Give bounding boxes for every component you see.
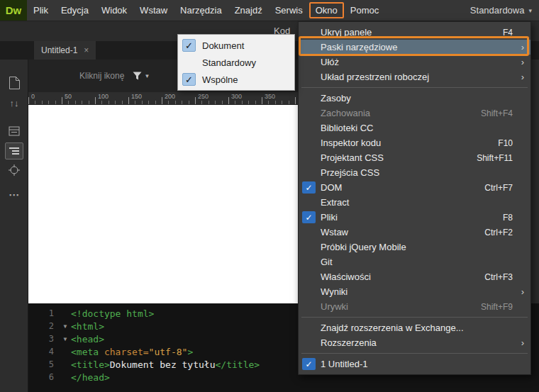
- fold-arrow-icon[interactable]: ▼: [60, 336, 71, 342]
- menu-widok[interactable]: Widok: [95, 2, 133, 18]
- target-icon[interactable]: [6, 162, 22, 178]
- code-token: <!doctype html>: [71, 308, 154, 319]
- window-menu-item-pliki[interactable]: ✓PlikiF8: [299, 210, 530, 225]
- window-menu-item-ukryj-panele[interactable]: Ukryj paneleF4: [299, 25, 530, 40]
- window-menu-item-zasoby[interactable]: Zasoby: [299, 91, 530, 106]
- menu-edycja[interactable]: Edycja: [55, 2, 95, 18]
- menu-item-label: 1 Untitled-1: [321, 359, 367, 369]
- window-menu-item-1-untitled-1[interactable]: ✓1 Untitled-1: [299, 357, 530, 371]
- menu-item-label: Ukryj panele: [321, 27, 372, 38]
- menu-item-label: Rozszerzenia: [321, 337, 377, 348]
- line-number: 3: [28, 334, 60, 344]
- code-text: <head>: [71, 334, 104, 345]
- checkmark-icon: ✓: [302, 181, 316, 194]
- menu-shortcut: Shift+F9: [481, 302, 517, 312]
- menu-znajdź[interactable]: Znajdź: [228, 2, 269, 18]
- dom-panel-icon[interactable]: [5, 142, 23, 159]
- code-token: <title>: [71, 359, 110, 370]
- window-menu-item-projektant-css[interactable]: Projektant CSSShift+F11: [299, 150, 530, 165]
- ruler: 050100150200250300350: [28, 92, 298, 105]
- check-space: [302, 241, 316, 253]
- window-menu-item-właściwości[interactable]: WłaściwościCtrl+F3: [299, 269, 530, 284]
- dreamweaver-window: Dw PlikEdycjaWidokWstawNarzędziaZnajdźSe…: [0, 0, 539, 392]
- menu-item-label: Projektant CSS: [321, 152, 384, 163]
- menu-item-label: Ułóż: [321, 57, 339, 67]
- line-number: 5: [28, 359, 60, 369]
- menu-item-label: Właściwości: [321, 271, 371, 282]
- menu-separator: [299, 314, 530, 320]
- insert-arrows-icon[interactable]: ↑↓: [6, 95, 22, 111]
- window-menu-item-inspektor-kodu[interactable]: Inspektor koduF10: [299, 135, 530, 150]
- check-space: [302, 226, 316, 238]
- window-menu-item-dom[interactable]: ✓DOMCtrl+F7: [299, 180, 530, 195]
- window-menu-item-wyniki[interactable]: Wyniki›: [299, 284, 530, 299]
- window-menu-item-wstaw[interactable]: WstawCtrl+F2: [299, 225, 530, 240]
- ruler-label: 50: [65, 93, 72, 100]
- window-menu-item-układ-przestrzeni-roboczej[interactable]: Układ przestrzeni roboczej›: [299, 69, 530, 84]
- design-canvas[interactable]: [28, 105, 298, 303]
- window-menu-item-przejścia-css[interactable]: Przejścia CSS: [299, 165, 530, 180]
- submenu-item-standardowy[interactable]: Standardowy: [178, 54, 294, 71]
- submenu-item-dokument[interactable]: ✓Dokument: [178, 37, 294, 54]
- ruler-label: 150: [131, 93, 142, 100]
- menu-serwis[interactable]: Serwis: [269, 2, 309, 18]
- menu-item-label: Git: [321, 257, 333, 267]
- window-menu-item-biblioteki-cc[interactable]: Biblioteki CC: [299, 121, 530, 135]
- fold-arrow-icon[interactable]: ▼: [60, 323, 71, 330]
- menu-plik[interactable]: Plik: [27, 2, 55, 18]
- more-options-icon[interactable]: ⋯: [6, 187, 22, 203]
- window-menu-item-git[interactable]: Git: [299, 254, 530, 269]
- submenu-arrow-icon: ›: [517, 57, 530, 67]
- code-text: <html>: [71, 321, 104, 332]
- workspace-label: Standardowa: [470, 5, 525, 16]
- submenu-item-wspólne[interactable]: ✓Wspólne: [178, 71, 294, 88]
- tab-title: Untitled-1: [41, 45, 77, 55]
- assets-panel-icon[interactable]: [6, 123, 22, 139]
- submenu-item-label: Standardowy: [202, 57, 256, 68]
- menu-shortcut: Shift+F4: [481, 108, 517, 118]
- code-token: <head>: [71, 334, 104, 345]
- check-space: [302, 56, 316, 68]
- menu-bar: Dw PlikEdycjaWidokWstawNarzędziaZnajdźSe…: [0, 0, 539, 21]
- menu-item-label: Biblioteki CC: [321, 123, 373, 133]
- filter-icon[interactable]: [133, 72, 142, 80]
- menu-narzędzia[interactable]: Narzędzia: [174, 2, 228, 18]
- chevron-down-icon: ▾: [528, 7, 532, 14]
- check-space: [302, 122, 316, 134]
- checkmark-icon: ✓: [302, 358, 316, 370]
- window-menu-item-extract[interactable]: Extract: [299, 195, 530, 210]
- window-menu-item-próbki-jquery-mobile[interactable]: Próbki jQuery Mobile: [299, 240, 530, 254]
- menu-item-label: Pliki: [321, 212, 338, 223]
- window-menu-item-zachowania[interactable]: ZachowaniaShift+F4: [299, 106, 530, 121]
- file-icon[interactable]: [6, 75, 22, 91]
- menu-item-label: Próbki jQuery Mobile: [321, 242, 406, 252]
- check-space: [302, 337, 316, 349]
- close-icon[interactable]: ×: [84, 45, 89, 55]
- check-space: [302, 137, 316, 149]
- code-token: charset=: [104, 347, 149, 357]
- window-menu-item-paski-narzędziowe[interactable]: Paski narzędziowe›: [299, 40, 530, 55]
- code-token: "utf-8": [149, 347, 188, 357]
- menu-item-label: Urywki: [321, 301, 348, 312]
- window-menu-item-znajdź-rozszerzenia-w-exchange[interactable]: Znajdź rozszerzenia w Exchange...: [299, 320, 530, 335]
- window-menu-list: Ukryj paneleF4Paski narzędziowe›Ułóż›Ukł…: [299, 25, 530, 371]
- menu-wstaw[interactable]: Wstaw: [133, 2, 174, 18]
- check-space: [302, 26, 316, 38]
- dreamweaver-logo: Dw: [0, 0, 27, 21]
- workspace-switcher[interactable]: Standardowa ▾: [470, 5, 532, 16]
- check-space: [302, 107, 316, 119]
- window-menu-item-urywki[interactable]: UrywkiShift+F9: [299, 299, 530, 314]
- submenu-arrow-icon: ›: [517, 286, 530, 297]
- menu-pomoc[interactable]: Pomoc: [344, 2, 385, 18]
- window-menu-item-rozszerzenia[interactable]: Rozszerzenia›: [299, 335, 530, 350]
- tab-untitled-1[interactable]: Untitled-1 ×: [34, 41, 96, 60]
- chevron-down-icon: ▼: [144, 73, 150, 79]
- check-space: [302, 322, 316, 334]
- check-space: [302, 167, 316, 179]
- ruler-label: 350: [265, 93, 275, 100]
- menu-okno[interactable]: Okno: [309, 2, 344, 18]
- code-text: </head>: [71, 372, 110, 383]
- window-menu-item-ułóż[interactable]: Ułóż›: [299, 55, 530, 69]
- menu-shortcut: Shift+F11: [477, 153, 517, 163]
- menu-item-label: Inspektor kodu: [321, 138, 381, 148]
